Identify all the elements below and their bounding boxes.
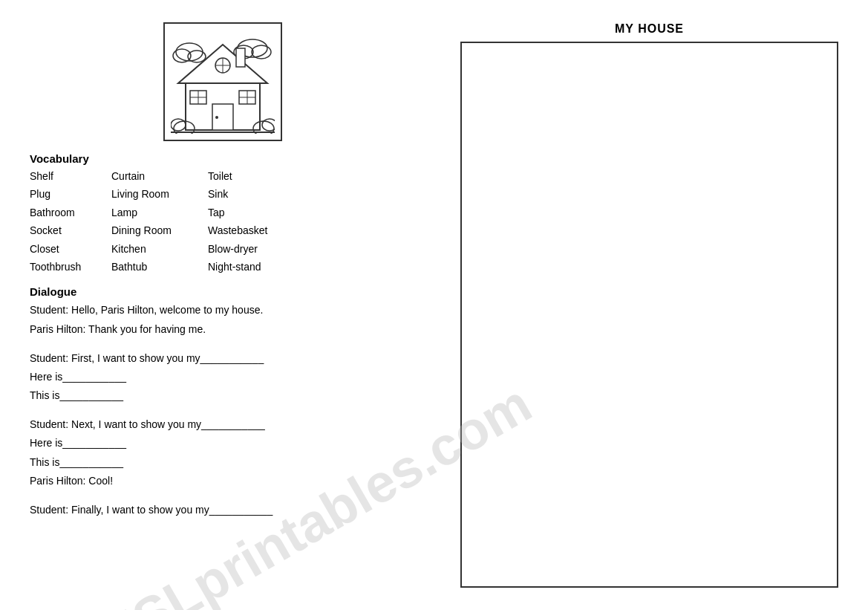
vocab-word: Blow-dryer xyxy=(208,241,304,257)
my-house-title: MY HOUSE xyxy=(615,22,684,36)
content-area: Vocabulary ShelfCurtainToiletPlugLiving … xyxy=(15,15,853,595)
dialogue-line: Student: First, I want to show you my___… xyxy=(30,349,431,368)
dialogue-line: Paris Hilton: Thank you for having me. xyxy=(30,320,431,339)
vocab-word: Tap xyxy=(208,204,304,221)
vocabulary-title: Vocabulary xyxy=(30,152,431,165)
dialogue-line xyxy=(30,339,431,349)
dialogue-title: Dialogue xyxy=(30,285,431,298)
vocab-word: Curtain xyxy=(111,168,208,184)
svg-rect-9 xyxy=(236,48,245,67)
vocab-word: Wastebasket xyxy=(208,222,304,239)
dialogue-line: Student: Hello, Paris Hilton, welcome to… xyxy=(30,301,431,319)
vocab-word: Dining Room xyxy=(111,222,208,239)
house-image-container xyxy=(163,22,282,141)
page: ESLprintables.com xyxy=(0,0,868,610)
vocab-word: Plug xyxy=(30,186,111,202)
dialogue-line: Student: Next, I want to show you my____… xyxy=(30,415,431,434)
my-house-drawing-box xyxy=(460,42,838,588)
dialogue-line: Here is___________ xyxy=(30,368,431,386)
dialogue-line: Student: Finally, I want to show you my_… xyxy=(30,501,431,519)
vocab-word: Night-stand xyxy=(208,259,304,275)
dialogue-section: Dialogue Student: Hello, Paris Hilton, w… xyxy=(30,285,431,519)
vocab-word: Toilet xyxy=(208,168,304,184)
vocab-word: Living Room xyxy=(111,186,208,202)
vocab-word: Kitchen xyxy=(111,241,208,257)
dialogue-line: Here is___________ xyxy=(30,434,431,452)
svg-point-11 xyxy=(215,116,218,119)
vocab-word: Socket xyxy=(30,222,111,239)
house-illustration xyxy=(171,30,275,134)
vocab-word: Sink xyxy=(208,186,304,202)
vocab-word: Shelf xyxy=(30,168,111,184)
vocab-word: Lamp xyxy=(111,204,208,221)
vocabulary-section: Vocabulary ShelfCurtainToiletPlugLiving … xyxy=(30,152,431,275)
right-panel: MY HOUSE xyxy=(446,15,853,595)
vocab-word: Bathroom xyxy=(30,204,111,221)
vocabulary-grid: ShelfCurtainToiletPlugLiving RoomSinkBat… xyxy=(30,168,431,275)
dialogue-line: Paris Hilton: Cool! xyxy=(30,472,431,490)
left-panel: Vocabulary ShelfCurtainToiletPlugLiving … xyxy=(15,15,446,595)
vocab-word: Toothbrush xyxy=(30,259,111,275)
dialogue-line xyxy=(30,405,431,415)
dialogue-line: This is___________ xyxy=(30,453,431,472)
vocab-word: Closet xyxy=(30,241,111,257)
dialogue-line: This is___________ xyxy=(30,386,431,405)
dialogue-line xyxy=(30,490,431,501)
dialogue-lines: Student: Hello, Paris Hilton, welcome to… xyxy=(30,301,431,519)
vocab-word: Bathtub xyxy=(111,259,208,275)
